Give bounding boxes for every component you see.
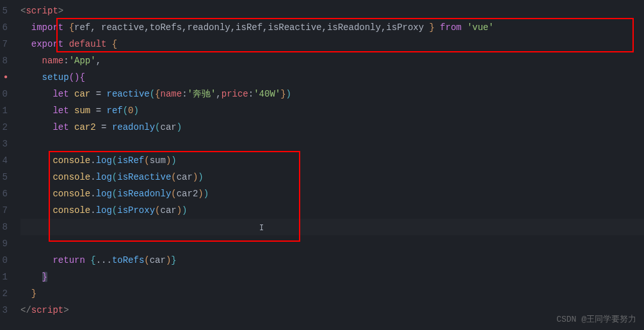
line-number: 0 [0, 252, 8, 269]
code-line: </script> [20, 302, 644, 318]
line-number: 5 [0, 169, 8, 185]
line-number: 7 [0, 202, 8, 219]
line-number: 6 [0, 185, 8, 202]
line-number: 1 [0, 102, 8, 119]
code-line: name:'App', [20, 52, 644, 69]
code-line: export default { [20, 36, 644, 52]
line-number: 6 [0, 19, 8, 36]
code-line: console.log(isProxy(car)) [20, 202, 644, 219]
code-line: <script> [20, 3, 644, 19]
code-line: console.log(isReactive(car)) [20, 169, 644, 185]
line-number: 4 [0, 152, 8, 169]
line-number: 2 [0, 119, 8, 136]
code-line: } [20, 285, 644, 302]
code-line [20, 235, 644, 252]
line-number: 7 [0, 36, 8, 52]
code-line: let car2 = readonly(car) [20, 119, 644, 136]
line-number: 0 [0, 86, 8, 102]
code-line: let sum = ref(0) [20, 102, 644, 119]
code-line: setup(){ [20, 69, 644, 86]
code-line [20, 136, 644, 152]
line-number: 2 [0, 285, 8, 302]
code-line: import {ref, reactive,toRefs,readonly,is… [20, 19, 644, 36]
code-line: return {...toRefs(car)} [20, 252, 644, 269]
code-line [20, 219, 644, 235]
watermark-text: CSDN @王同学要努力 [556, 313, 636, 325]
line-number: 5 [0, 3, 8, 19]
code-editor[interactable]: 5 6 7 8 ● 0 1 2 3 4 5 6 7 8 9 0 1 2 3 <s… [0, 0, 644, 330]
code-line: } [20, 269, 644, 285]
line-number: 9 [0, 235, 8, 252]
line-number: 8 [0, 219, 8, 235]
line-number: 3 [0, 136, 8, 152]
code-line: let car = reactive({name:'奔驰',price:'40W… [20, 86, 644, 102]
line-number: 1 [0, 269, 8, 285]
line-number: 8 [0, 52, 8, 69]
code-line: console.log(isRef(sum)) [20, 152, 644, 169]
line-gutter: 5 6 7 8 ● 0 1 2 3 4 5 6 7 8 9 0 1 2 3 [0, 0, 13, 330]
text-cursor-icon: I [259, 224, 264, 233]
code-content[interactable]: <script> import {ref, reactive,toRefs,re… [13, 0, 644, 330]
code-line: console.log(isReadonly(car2)) [20, 185, 644, 202]
line-error-marker: ● [0, 69, 8, 86]
line-number: 3 [0, 302, 8, 318]
